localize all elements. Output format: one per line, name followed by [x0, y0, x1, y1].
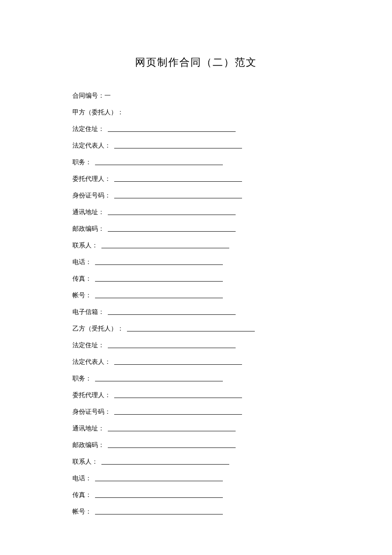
field-row: 帐号： — [72, 506, 320, 516]
underline-blank — [95, 298, 223, 298]
underline-blank — [114, 198, 242, 198]
underline-blank — [108, 314, 236, 315]
field-label: 合同编号：一 — [72, 92, 114, 100]
field-row: 法定住址： — [72, 340, 320, 349]
field-row: 电话： — [72, 257, 320, 266]
underline-blank — [114, 181, 242, 182]
field-label: 传真： — [72, 491, 95, 499]
underline-blank — [127, 331, 255, 331]
field-row: 乙方（受托人）： — [72, 323, 320, 333]
underline-blank — [95, 381, 223, 381]
underline-blank — [95, 165, 223, 165]
field-label: 委托代理人： — [72, 175, 114, 183]
field-label: 法定住址： — [72, 341, 108, 349]
field-row: 委托代理人： — [72, 390, 320, 399]
underline-blank — [95, 281, 223, 282]
field-row: 帐号： — [72, 290, 320, 299]
field-row: 身份证号码： — [72, 407, 320, 416]
field-row: 身份证号码： — [72, 190, 320, 200]
field-label: 联系人： — [72, 241, 101, 250]
field-row: 邮政编码： — [72, 440, 320, 449]
field-label: 邮政编码： — [72, 225, 108, 233]
field-row: 通讯地址： — [72, 423, 320, 433]
field-row: 职务： — [72, 373, 320, 383]
field-row: 通讯地址： — [72, 207, 320, 216]
field-row: 邮政编码： — [72, 224, 320, 233]
field-row: 联系人： — [72, 240, 320, 250]
underline-blank — [95, 264, 223, 265]
underline-blank — [101, 464, 229, 465]
document-title: 网页制作合同（二）范文 — [72, 55, 320, 69]
field-row: 电子信箱： — [72, 307, 320, 316]
field-label: 职务： — [72, 375, 95, 383]
underline-blank — [114, 364, 242, 365]
form-content: 合同编号：一甲方（委托人）：法定住址：法定代表人：职务：委托代理人：身份证号码：… — [72, 90, 320, 516]
field-row: 联系人： — [72, 456, 320, 466]
underline-blank — [101, 248, 229, 248]
field-label: 法定代表人： — [72, 142, 114, 150]
field-row: 电话： — [72, 473, 320, 482]
field-row: 合同编号：一 — [72, 90, 320, 100]
field-row: 传真： — [72, 490, 320, 499]
field-label: 邮政编码： — [72, 441, 108, 449]
field-row: 职务： — [72, 157, 320, 166]
underline-blank — [114, 414, 242, 415]
field-label: 乙方（受托人）： — [72, 325, 127, 333]
underline-blank — [108, 231, 236, 232]
underline-blank — [108, 447, 236, 448]
underline-blank — [108, 348, 236, 348]
field-label: 法定代表人： — [72, 358, 114, 366]
underline-blank — [114, 398, 242, 398]
field-row: 甲方（委托人）： — [72, 107, 320, 116]
underline-blank — [95, 497, 223, 498]
field-label: 职务： — [72, 158, 95, 166]
field-row: 法定代表人： — [72, 357, 320, 366]
field-label: 电子信箱： — [72, 308, 108, 316]
underline-blank — [108, 215, 236, 215]
field-row: 法定住址： — [72, 124, 320, 133]
field-label: 帐号： — [72, 291, 95, 299]
underline-blank — [95, 514, 223, 514]
field-label: 联系人： — [72, 458, 101, 466]
field-row: 委托代理人： — [72, 174, 320, 183]
underline-blank — [108, 431, 236, 431]
field-label: 身份证号码： — [72, 408, 114, 416]
field-row: 法定代表人： — [72, 140, 320, 150]
field-label: 电话： — [72, 474, 95, 482]
field-row: 传真： — [72, 273, 320, 283]
field-label: 通讯地址： — [72, 208, 108, 216]
field-label: 委托代理人： — [72, 391, 114, 399]
underline-blank — [108, 131, 236, 132]
field-label: 身份证号码： — [72, 192, 114, 200]
field-label: 电话： — [72, 258, 95, 266]
underline-blank — [95, 481, 223, 481]
field-label: 甲方（委托人）： — [72, 108, 127, 116]
underline-blank — [114, 148, 242, 148]
field-label: 通讯地址： — [72, 424, 108, 433]
field-label: 传真： — [72, 275, 95, 283]
field-label: 帐号： — [72, 508, 95, 516]
field-label: 法定住址： — [72, 125, 108, 133]
